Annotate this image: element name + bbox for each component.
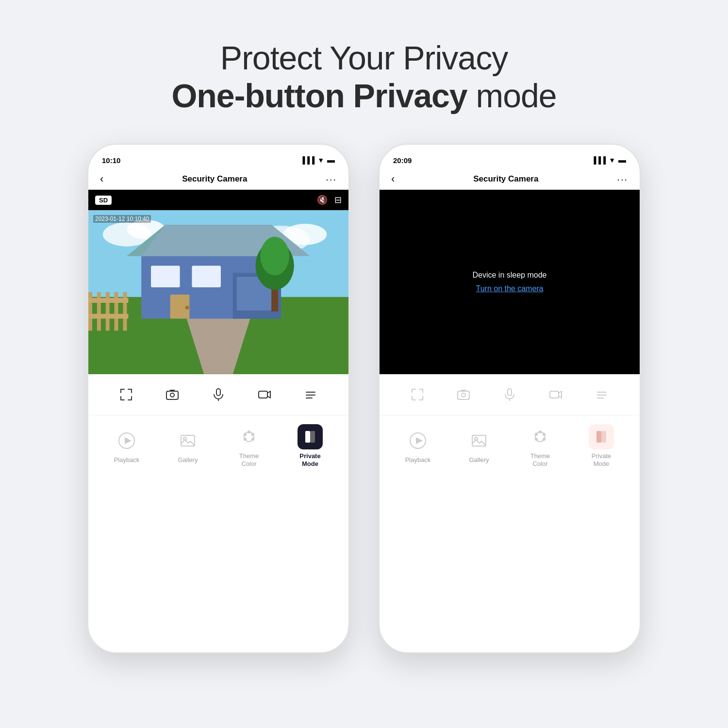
battery-icon-2: ▬ (618, 156, 626, 165)
svg-point-18 (260, 237, 289, 275)
header-line1: Protect Your Privacy (171, 39, 556, 77)
tab-gallery-2[interactable]: Gallery (455, 428, 503, 464)
header-normal: mode (467, 77, 557, 114)
theme-icon-wrap-1 (236, 424, 262, 449)
playback-icon-1 (118, 432, 135, 449)
nav-bar-1: ‹ Security Camera ··· (88, 169, 348, 190)
svg-rect-45 (310, 431, 315, 443)
back-button-1[interactable]: ‹ (100, 173, 103, 185)
tab-playback-1[interactable]: Playback (102, 428, 151, 464)
tab-label-playback-2: Playback (405, 456, 431, 464)
phone-2: 20:09 ▐▐▐ ▼ ▬ ‹ Security Camera ··· Devi… (379, 144, 641, 653)
mic-ctrl-1[interactable] (208, 384, 229, 405)
nav-title-2: Security Camera (473, 174, 538, 184)
svg-rect-44 (305, 431, 310, 443)
phone-notch-1 (180, 145, 257, 161)
svg-rect-64 (596, 431, 601, 443)
status-right-2: ▐▐▐ ▼ ▬ (591, 156, 626, 165)
gallery-icon-1 (179, 432, 197, 449)
svg-point-62 (535, 433, 538, 436)
more-ctrl-2[interactable] (591, 384, 612, 405)
video-top-bar-1: SD 🔇 ⊟ (88, 190, 348, 210)
phone-1: 10:10 ▐▐▐ ▼ ▬ ‹ Security Camera ··· SD 🔇… (87, 144, 349, 653)
status-right-1: ▐▐▐ ▼ ▬ (300, 156, 335, 165)
mic-ctrl-2[interactable] (499, 384, 520, 405)
private-icon-1 (303, 430, 317, 444)
svg-rect-30 (259, 391, 267, 398)
nav-title-1: Security Camera (182, 174, 247, 184)
tab-playback-2[interactable]: Playback (394, 428, 442, 464)
svg-rect-56 (472, 435, 486, 446)
svg-point-41 (251, 438, 254, 441)
tab-gallery-1[interactable]: Gallery (164, 428, 212, 464)
back-button-2[interactable]: ‹ (391, 173, 395, 185)
tab-private-1[interactable]: PrivateMode (286, 424, 334, 467)
tab-label-gallery-1: Gallery (178, 456, 198, 464)
svg-rect-36 (181, 435, 195, 446)
svg-rect-28 (216, 389, 220, 396)
svg-rect-25 (88, 314, 128, 319)
controls-row-1 (88, 374, 348, 415)
tab-theme-2[interactable]: ThemeColor (516, 424, 564, 467)
tab-label-playback-1: Playback (114, 456, 140, 464)
header-bold: One-button Privacy (171, 77, 467, 114)
bottom-tabs-2: Playback Gallery (380, 415, 640, 472)
svg-point-42 (244, 433, 247, 436)
more-button-1[interactable]: ··· (326, 174, 337, 185)
svg-point-59 (539, 430, 542, 433)
nav-bar-2: ‹ Security Camera ··· (380, 169, 640, 190)
theme-icon-1 (240, 428, 258, 446)
svg-rect-13 (192, 265, 221, 287)
svg-rect-46 (458, 391, 469, 399)
gallery-icon-2 (470, 432, 488, 449)
controls-row-2 (380, 374, 640, 415)
timestamp-1: 2023-01-12 10:10:40 (93, 215, 151, 223)
svg-marker-55 (416, 437, 423, 444)
time-1: 10:10 (102, 156, 120, 165)
svg-point-61 (543, 438, 546, 441)
playback-icon-wrap-1 (114, 428, 139, 453)
more-button-2[interactable]: ··· (617, 174, 628, 185)
private-icon-2 (594, 430, 609, 444)
sd-badge-1: SD (95, 196, 112, 205)
camera-ctrl-1[interactable] (162, 384, 183, 405)
theme-icon-wrap-2 (528, 424, 553, 449)
gallery-icon-wrap-1 (175, 428, 200, 453)
svg-rect-26 (166, 391, 178, 399)
sleep-text-2: Device in sleep mode (473, 271, 547, 280)
mute-icon-1[interactable]: 🔇 (317, 195, 328, 205)
svg-marker-35 (125, 437, 132, 444)
playback-icon-wrap-2 (405, 428, 430, 453)
svg-point-63 (535, 438, 538, 441)
signal-icon-1: ▐▐▐ (300, 156, 314, 164)
tab-private-2[interactable]: PrivateMode (577, 424, 626, 467)
svg-point-57 (475, 437, 478, 440)
record-ctrl-1[interactable] (254, 384, 275, 405)
svg-rect-50 (550, 391, 559, 398)
tab-label-private-2: PrivateMode (592, 452, 611, 467)
tab-theme-1[interactable]: ThemeColor (225, 424, 273, 467)
fullscreen-icon-1[interactable]: ⊟ (334, 195, 342, 205)
private-icon-wrap-1 (298, 424, 323, 449)
camera-ctrl-2[interactable] (453, 384, 474, 405)
house-image-1 (88, 210, 348, 374)
gallery-icon-wrap-2 (466, 428, 492, 453)
time-2: 20:09 (393, 156, 412, 165)
expand-ctrl-2[interactable] (407, 384, 428, 405)
svg-point-40 (251, 433, 254, 436)
record-ctrl-2[interactable] (545, 384, 566, 405)
svg-point-43 (244, 438, 247, 441)
expand-ctrl-1[interactable] (116, 384, 137, 405)
turn-on-button-2[interactable]: Turn on the camera (476, 284, 543, 293)
svg-point-39 (248, 430, 250, 433)
more-ctrl-1[interactable] (300, 384, 321, 405)
svg-rect-12 (151, 265, 180, 287)
svg-rect-48 (508, 389, 512, 396)
svg-point-60 (543, 433, 546, 436)
playback-icon-2 (409, 432, 427, 449)
svg-rect-24 (88, 298, 128, 303)
bottom-tabs-1: Playback Gallery (88, 415, 348, 472)
svg-rect-65 (601, 431, 606, 443)
svg-point-15 (185, 306, 189, 310)
signal-icon-2: ▐▐▐ (591, 156, 606, 164)
